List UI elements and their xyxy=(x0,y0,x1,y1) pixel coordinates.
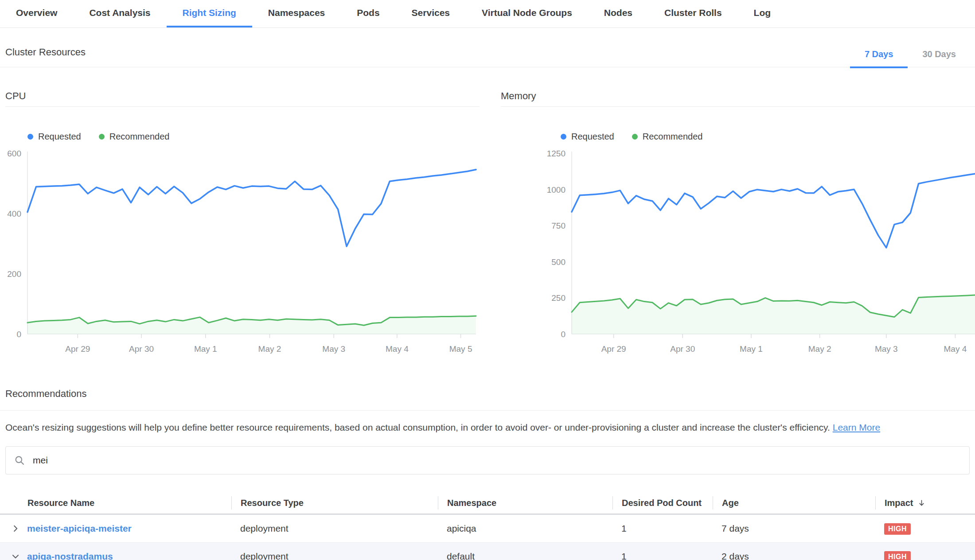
table-row-apiqa-nostradamus[interactable]: apiqa-nostradamus deployment default 1 2… xyxy=(0,543,975,560)
time-range-toggle: 7 Days30 Days xyxy=(850,42,971,68)
legend-label: Recommended xyxy=(109,132,170,142)
tab-label: Log xyxy=(754,8,771,18)
table-header-row: Resource Name Resource Type Namespace De… xyxy=(0,492,975,515)
sort-desc-icon[interactable] xyxy=(917,499,926,507)
legend-label: Recommended xyxy=(643,132,703,142)
y-tick-label: 500 xyxy=(551,257,566,267)
tab-services[interactable]: Services xyxy=(396,0,466,27)
tab-log[interactable]: Log xyxy=(738,0,787,27)
column-header-resource-name[interactable]: Resource Name xyxy=(0,496,231,509)
namespace-cell: apiciqa xyxy=(438,523,612,534)
legend-item-requested[interactable]: Requested xyxy=(27,132,81,142)
legend-dot-recommended xyxy=(632,134,638,140)
chart-title: Memory xyxy=(501,90,975,107)
legend-item-recommended[interactable]: Recommended xyxy=(99,132,170,142)
memory-chart: Memory RequestedRecommended 025050075010… xyxy=(501,90,975,356)
tab-label: Namespaces xyxy=(268,8,325,18)
column-header-impact[interactable]: Impact xyxy=(875,496,975,509)
table-row-meister-apiciqa-meister[interactable]: meister-apiciqa-meister deployment apici… xyxy=(0,515,975,543)
search-box[interactable] xyxy=(5,446,970,474)
divider xyxy=(0,410,975,411)
column-header-age[interactable]: Age xyxy=(713,496,875,509)
x-tick-label: May 1 xyxy=(194,344,217,354)
resource-type-cell: deployment xyxy=(231,523,438,534)
x-tick-label: May 2 xyxy=(808,344,831,354)
legend-dot-requested xyxy=(27,134,33,140)
tab-cluster-rolls[interactable]: Cluster Rolls xyxy=(648,0,738,27)
impact-badge: HIGH xyxy=(884,523,911,535)
tab-pods[interactable]: Pods xyxy=(341,0,395,27)
recommendations-title: Recommendations xyxy=(5,388,970,400)
description-text: Ocean's resizing suggestions will help y… xyxy=(5,422,830,432)
x-tick-label: May 3 xyxy=(322,344,345,354)
legend-dot-recommended xyxy=(99,134,105,140)
tab-label: Pods xyxy=(357,8,379,18)
x-tick-label: Apr 29 xyxy=(65,344,90,354)
chevron-down-icon[interactable] xyxy=(11,552,20,560)
tab-label: Right Sizing xyxy=(183,8,236,18)
right-sizing-page: OverviewCost AnalysisRight SizingNamespa… xyxy=(0,0,975,560)
column-header-desired-pod-count[interactable]: Desired Pod Count xyxy=(612,496,713,509)
tab-cost-analysis[interactable]: Cost Analysis xyxy=(73,0,166,27)
tab-label: Virtual Node Groups xyxy=(482,8,572,18)
area-recommended xyxy=(27,316,476,334)
legend-label: Requested xyxy=(571,132,614,142)
table-body: meister-apiciqa-meister deployment apici… xyxy=(0,515,975,560)
x-tick-label: May 4 xyxy=(944,344,967,354)
recommendations-section: Recommendations Ocean's resizing suggest… xyxy=(0,388,975,434)
tab-bar: OverviewCost AnalysisRight SizingNamespa… xyxy=(0,0,975,28)
y-tick-label: 1000 xyxy=(547,185,566,194)
legend-item-recommended[interactable]: Recommended xyxy=(632,132,703,142)
tab-right-sizing[interactable]: Right Sizing xyxy=(167,0,252,27)
age-cell: 2 days xyxy=(713,551,875,560)
tab-virtual-node-groups[interactable]: Virtual Node Groups xyxy=(466,0,588,27)
x-tick-label: May 2 xyxy=(258,344,281,354)
legend-item-requested[interactable]: Requested xyxy=(561,132,614,142)
tab-nodes[interactable]: Nodes xyxy=(588,0,648,27)
desired-pod-count-cell: 1 xyxy=(612,523,713,534)
tab-overview[interactable]: Overview xyxy=(0,0,73,27)
chevron-right-icon[interactable] xyxy=(11,524,20,533)
x-tick-label: May 1 xyxy=(740,344,763,354)
recommendations-table: Resource Name Resource Type Namespace De… xyxy=(0,492,975,560)
column-header-resource-type[interactable]: Resource Type xyxy=(231,496,438,509)
tab-label: Nodes xyxy=(604,8,632,18)
time-range-label: 7 Days xyxy=(865,49,893,59)
y-tick-label: 1250 xyxy=(547,149,566,158)
time-range-30-days[interactable]: 30 Days xyxy=(908,42,971,68)
legend-label: Requested xyxy=(38,132,81,142)
tab-label: Overview xyxy=(16,8,57,18)
learn-more-link[interactable]: Learn More xyxy=(833,422,880,432)
desired-pod-count-cell: 1 xyxy=(612,551,713,560)
charts-row: CPU RequestedRecommended 0200400600Apr 2… xyxy=(0,90,975,356)
resource-name-cell: apiqa-nostradamus xyxy=(0,551,231,560)
x-tick-label: Apr 30 xyxy=(129,344,154,354)
x-tick-label: May 5 xyxy=(449,344,472,354)
age-cell: 7 days xyxy=(713,523,875,534)
y-tick-label: 0 xyxy=(561,330,566,339)
x-tick-label: May 3 xyxy=(875,344,898,354)
y-tick-label: 200 xyxy=(7,269,21,279)
tab-namespaces[interactable]: Namespaces xyxy=(252,0,341,27)
cpu-chart: CPU RequestedRecommended 0200400600Apr 2… xyxy=(5,90,480,356)
resource-type-cell: deployment xyxy=(231,551,438,560)
chart-title: CPU xyxy=(5,90,480,107)
recommendations-description: Ocean's resizing suggestions will help y… xyxy=(5,421,970,434)
y-tick-label: 250 xyxy=(551,293,566,303)
x-tick-label: Apr 29 xyxy=(601,344,626,354)
tab-label: Cost Analysis xyxy=(89,8,150,18)
page-title: Cluster Resources xyxy=(5,47,86,58)
column-header-namespace[interactable]: Namespace xyxy=(438,496,612,509)
chart-legend: RequestedRecommended xyxy=(561,132,975,142)
resource-name-link[interactable]: apiqa-nostradamus xyxy=(27,551,113,560)
x-tick-label: May 4 xyxy=(386,344,409,354)
cluster-resources-section-header: Cluster Resources 7 Days30 Days xyxy=(0,28,975,67)
resource-name-link[interactable]: meister-apiciqa-meister xyxy=(27,523,132,534)
namespace-cell: default xyxy=(438,551,612,560)
y-tick-label: 600 xyxy=(7,149,21,158)
y-tick-label: 400 xyxy=(7,209,21,218)
impact-cell: HIGH xyxy=(875,551,975,560)
chart-canvas: 025050075010001250Apr 29Apr 30May 1May 2… xyxy=(501,148,975,356)
time-range-7-days[interactable]: 7 Days xyxy=(850,42,908,68)
search-input[interactable] xyxy=(32,455,961,466)
